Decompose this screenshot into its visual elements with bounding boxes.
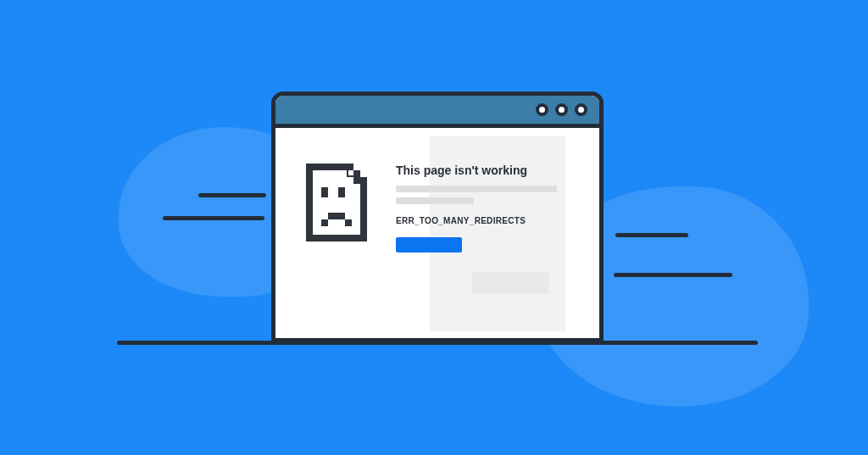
sad-document-icon xyxy=(306,164,374,241)
svg-rect-0 xyxy=(306,164,353,170)
decorative-line xyxy=(615,233,688,237)
decorative-line xyxy=(163,216,264,220)
window-button-icon[interactable] xyxy=(575,103,587,116)
placeholder-line xyxy=(396,197,474,204)
error-heading: This page isn't working xyxy=(396,164,582,177)
browser-window: This page isn't working ERR_TOO_MANY_RED… xyxy=(271,92,604,342)
ground-line xyxy=(117,341,758,345)
browser-viewport: This page isn't working ERR_TOO_MANY_RED… xyxy=(275,128,599,338)
svg-rect-4 xyxy=(347,164,353,170)
svg-rect-3 xyxy=(360,180,367,241)
svg-rect-11 xyxy=(328,213,345,219)
svg-rect-8 xyxy=(321,187,328,197)
error-text: This page isn't working ERR_TOO_MANY_RED… xyxy=(396,164,582,252)
reload-button[interactable] xyxy=(396,237,462,252)
svg-rect-2 xyxy=(306,235,367,241)
placeholder-line xyxy=(396,186,557,192)
error-content: This page isn't working ERR_TOO_MANY_RED… xyxy=(306,164,582,252)
svg-rect-9 xyxy=(338,187,345,197)
window-button-icon[interactable] xyxy=(536,103,548,116)
browser-titlebar xyxy=(275,96,599,128)
svg-rect-10 xyxy=(321,219,328,226)
svg-rect-1 xyxy=(306,164,313,241)
decorative-line xyxy=(198,193,266,197)
svg-rect-12 xyxy=(345,219,352,226)
decorative-line xyxy=(614,273,732,277)
ghost-page xyxy=(472,272,548,294)
svg-rect-7 xyxy=(348,170,353,175)
window-button-icon[interactable] xyxy=(555,103,568,116)
error-code: ERR_TOO_MANY_REDIRECTS xyxy=(396,216,582,225)
svg-rect-6 xyxy=(353,177,367,184)
